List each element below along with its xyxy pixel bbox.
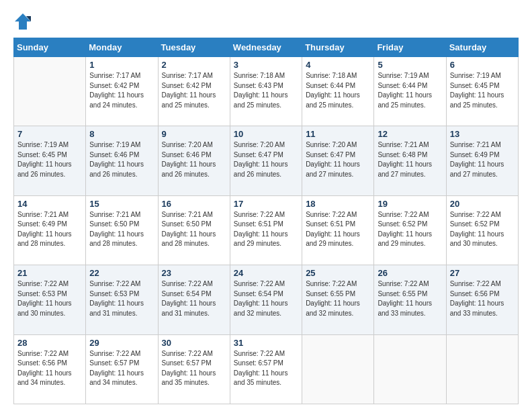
calendar-cell: 31Sunrise: 7:22 AMSunset: 6:57 PMDayligh…: [230, 334, 302, 404]
day-info: Sunrise: 7:22 AMSunset: 6:51 PMDaylight:…: [306, 210, 370, 249]
day-info: Sunrise: 7:19 AMSunset: 6:45 PMDaylight:…: [17, 140, 82, 179]
calendar-cell: 21Sunrise: 7:22 AMSunset: 6:53 PMDayligh…: [14, 265, 86, 334]
day-number: 3: [234, 60, 298, 70]
day-info: Sunrise: 7:22 AMSunset: 6:56 PMDaylight:…: [17, 349, 82, 388]
calendar-cell: 10Sunrise: 7:20 AMSunset: 6:47 PMDayligh…: [230, 126, 302, 195]
day-number: 19: [378, 199, 442, 209]
day-header-wednesday: Wednesday: [230, 38, 302, 57]
calendar-cell: 23Sunrise: 7:22 AMSunset: 6:54 PMDayligh…: [158, 265, 230, 334]
day-info: Sunrise: 7:22 AMSunset: 6:57 PMDaylight:…: [162, 349, 226, 388]
calendar-cell: [14, 57, 86, 126]
calendar-cell: 17Sunrise: 7:22 AMSunset: 6:51 PMDayligh…: [230, 195, 302, 265]
calendar-cell: 26Sunrise: 7:22 AMSunset: 6:55 PMDayligh…: [374, 265, 446, 334]
calendar-cell: 15Sunrise: 7:21 AMSunset: 6:50 PMDayligh…: [86, 195, 158, 265]
calendar-cell: 27Sunrise: 7:22 AMSunset: 6:56 PMDayligh…: [446, 265, 518, 334]
day-info: Sunrise: 7:22 AMSunset: 6:52 PMDaylight:…: [450, 210, 515, 249]
calendar-cell: 8Sunrise: 7:19 AMSunset: 6:46 PMDaylight…: [86, 126, 158, 195]
day-info: Sunrise: 7:21 AMSunset: 6:49 PMDaylight:…: [450, 140, 515, 179]
day-number: 8: [89, 129, 154, 139]
day-info: Sunrise: 7:22 AMSunset: 6:54 PMDaylight:…: [162, 279, 226, 318]
day-number: 7: [17, 129, 82, 139]
header: [13, 12, 519, 31]
day-number: 18: [306, 199, 370, 209]
calendar-cell: 25Sunrise: 7:22 AMSunset: 6:55 PMDayligh…: [302, 265, 374, 334]
logo-icon: [13, 12, 32, 31]
calendar-cell: 11Sunrise: 7:20 AMSunset: 6:47 PMDayligh…: [302, 126, 374, 195]
calendar-cell: 9Sunrise: 7:20 AMSunset: 6:46 PMDaylight…: [158, 126, 230, 195]
day-info: Sunrise: 7:22 AMSunset: 6:51 PMDaylight:…: [234, 210, 298, 249]
day-info: Sunrise: 7:17 AMSunset: 6:42 PMDaylight:…: [89, 71, 154, 110]
day-number: 9: [162, 129, 226, 139]
calendar-cell: 16Sunrise: 7:21 AMSunset: 6:50 PMDayligh…: [158, 195, 230, 265]
day-info: Sunrise: 7:18 AMSunset: 6:43 PMDaylight:…: [234, 71, 298, 110]
day-info: Sunrise: 7:22 AMSunset: 6:55 PMDaylight:…: [306, 279, 370, 318]
day-info: Sunrise: 7:22 AMSunset: 6:52 PMDaylight:…: [378, 210, 442, 249]
calendar-cell: [374, 334, 446, 404]
day-info: Sunrise: 7:22 AMSunset: 6:55 PMDaylight:…: [378, 279, 442, 318]
day-number: 12: [378, 129, 442, 139]
day-info: Sunrise: 7:21 AMSunset: 6:50 PMDaylight:…: [89, 210, 154, 249]
calendar-table: SundayMondayTuesdayWednesdayThursdayFrid…: [13, 38, 519, 404]
day-header-tuesday: Tuesday: [158, 38, 230, 57]
day-info: Sunrise: 7:20 AMSunset: 6:47 PMDaylight:…: [306, 140, 370, 179]
day-number: 4: [306, 60, 370, 70]
day-number: 15: [89, 199, 154, 209]
day-info: Sunrise: 7:20 AMSunset: 6:47 PMDaylight:…: [234, 140, 298, 179]
calendar-cell: 20Sunrise: 7:22 AMSunset: 6:52 PMDayligh…: [446, 195, 518, 265]
calendar-cell: 7Sunrise: 7:19 AMSunset: 6:45 PMDaylight…: [14, 126, 86, 195]
calendar-cell: 1Sunrise: 7:17 AMSunset: 6:42 PMDaylight…: [86, 57, 158, 126]
day-number: 30: [162, 338, 226, 348]
day-number: 14: [17, 199, 82, 209]
day-info: Sunrise: 7:18 AMSunset: 6:44 PMDaylight:…: [306, 71, 370, 110]
day-number: 25: [306, 268, 370, 278]
day-number: 16: [162, 199, 226, 209]
day-number: 11: [306, 129, 370, 139]
calendar-cell: 14Sunrise: 7:21 AMSunset: 6:49 PMDayligh…: [14, 195, 86, 265]
day-number: 24: [234, 268, 298, 278]
calendar-cell: 18Sunrise: 7:22 AMSunset: 6:51 PMDayligh…: [302, 195, 374, 265]
day-number: 2: [162, 60, 226, 70]
calendar-cell: [302, 334, 374, 404]
calendar-cell: [446, 334, 518, 404]
calendar-cell: 28Sunrise: 7:22 AMSunset: 6:56 PMDayligh…: [14, 334, 86, 404]
day-info: Sunrise: 7:17 AMSunset: 6:42 PMDaylight:…: [162, 71, 226, 110]
svg-marker-0: [15, 13, 31, 30]
day-number: 1: [89, 60, 154, 70]
day-info: Sunrise: 7:22 AMSunset: 6:57 PMDaylight:…: [89, 349, 154, 388]
day-number: 31: [234, 338, 298, 348]
day-number: 5: [378, 60, 442, 70]
day-info: Sunrise: 7:20 AMSunset: 6:46 PMDaylight:…: [162, 140, 226, 179]
day-header-sunday: Sunday: [14, 38, 86, 57]
day-info: Sunrise: 7:21 AMSunset: 6:50 PMDaylight:…: [162, 210, 226, 249]
day-info: Sunrise: 7:21 AMSunset: 6:49 PMDaylight:…: [17, 210, 82, 249]
day-header-saturday: Saturday: [446, 38, 518, 57]
calendar-cell: 12Sunrise: 7:21 AMSunset: 6:48 PMDayligh…: [374, 126, 446, 195]
day-header-monday: Monday: [86, 38, 158, 57]
calendar-cell: 4Sunrise: 7:18 AMSunset: 6:44 PMDaylight…: [302, 57, 374, 126]
day-info: Sunrise: 7:22 AMSunset: 6:53 PMDaylight:…: [89, 279, 154, 318]
day-number: 23: [162, 268, 226, 278]
day-header-friday: Friday: [374, 38, 446, 57]
day-number: 17: [234, 199, 298, 209]
day-header-thursday: Thursday: [302, 38, 374, 57]
calendar-cell: 24Sunrise: 7:22 AMSunset: 6:54 PMDayligh…: [230, 265, 302, 334]
calendar-cell: 5Sunrise: 7:19 AMSunset: 6:44 PMDaylight…: [374, 57, 446, 126]
day-number: 13: [450, 129, 515, 139]
calendar-cell: 3Sunrise: 7:18 AMSunset: 6:43 PMDaylight…: [230, 57, 302, 126]
calendar-cell: 2Sunrise: 7:17 AMSunset: 6:42 PMDaylight…: [158, 57, 230, 126]
day-info: Sunrise: 7:22 AMSunset: 6:53 PMDaylight:…: [17, 279, 82, 318]
day-info: Sunrise: 7:22 AMSunset: 6:57 PMDaylight:…: [234, 349, 298, 388]
calendar-cell: 30Sunrise: 7:22 AMSunset: 6:57 PMDayligh…: [158, 334, 230, 404]
day-number: 21: [17, 268, 82, 278]
calendar-cell: 19Sunrise: 7:22 AMSunset: 6:52 PMDayligh…: [374, 195, 446, 265]
day-info: Sunrise: 7:21 AMSunset: 6:48 PMDaylight:…: [378, 140, 442, 179]
day-info: Sunrise: 7:19 AMSunset: 6:45 PMDaylight:…: [450, 71, 515, 110]
day-number: 6: [450, 60, 515, 70]
day-number: 29: [89, 338, 154, 348]
logo: [13, 12, 35, 31]
day-number: 10: [234, 129, 298, 139]
calendar-cell: 13Sunrise: 7:21 AMSunset: 6:49 PMDayligh…: [446, 126, 518, 195]
day-info: Sunrise: 7:19 AMSunset: 6:46 PMDaylight:…: [89, 140, 154, 179]
day-info: Sunrise: 7:22 AMSunset: 6:54 PMDaylight:…: [234, 279, 298, 318]
day-number: 26: [378, 268, 442, 278]
